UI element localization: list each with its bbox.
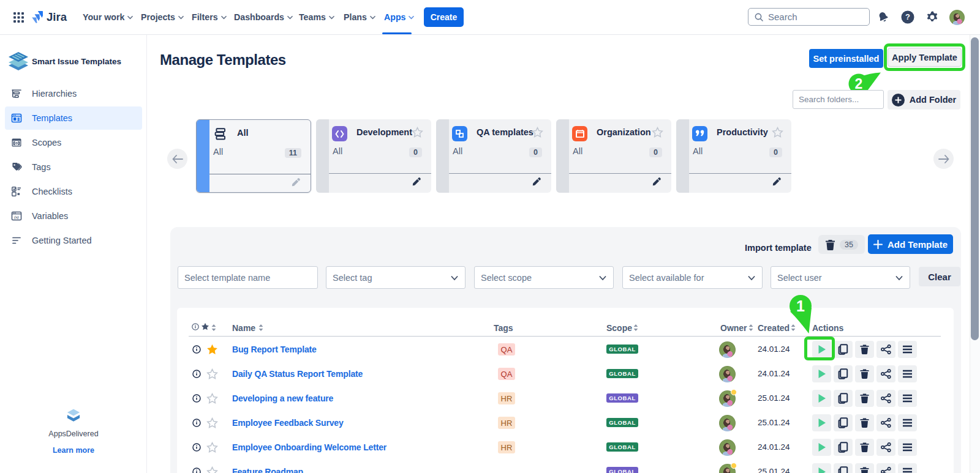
svg-text:(x): (x) [14, 215, 18, 220]
svg-text:1: 1 [796, 297, 805, 315]
svg-text:?: ? [905, 12, 910, 21]
